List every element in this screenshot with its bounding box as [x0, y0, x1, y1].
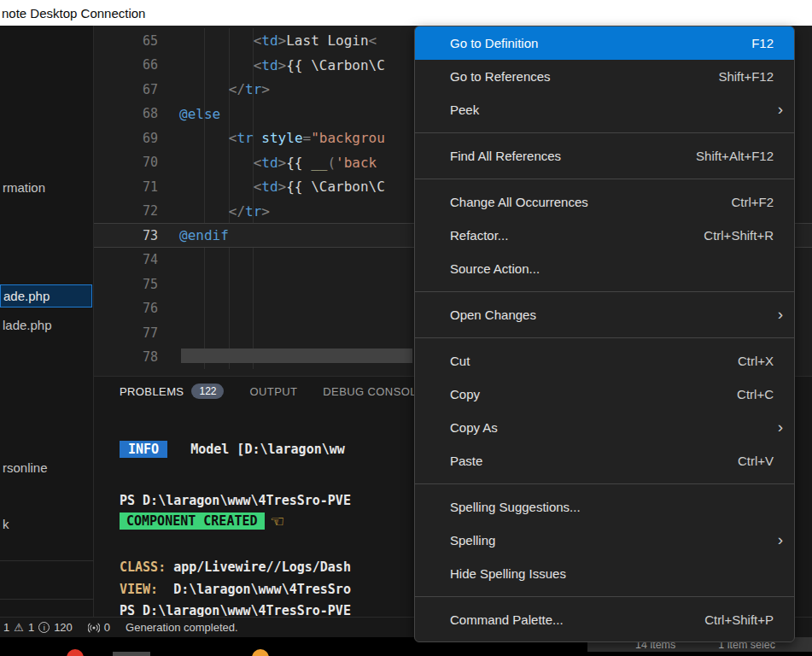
- ports-icon: [88, 622, 100, 634]
- taskbar-icon-red[interactable]: [67, 649, 84, 656]
- menu-item-spelling[interactable]: Spelling›: [415, 524, 794, 557]
- line-number: 68: [94, 106, 171, 121]
- menu-item-label: Change All Occurrences: [450, 195, 731, 209]
- taskbar-icon-orange[interactable]: [252, 649, 269, 656]
- submenu-chevron-icon: ›: [778, 418, 783, 436]
- menu-item-shortcut: Ctrl+Shift+R: [704, 228, 774, 243]
- code-text: @else: [171, 106, 220, 122]
- code-text: <td>{{ \Carbon\C: [171, 57, 385, 73]
- menu-item-label: Spelling Suggestions...: [450, 500, 774, 514]
- menu-item-shortcut: Ctrl+F2: [731, 195, 774, 209]
- menu-separator: [415, 483, 794, 484]
- line-number: 72: [94, 203, 171, 219]
- menu-separator: [415, 132, 794, 133]
- line-number: 77: [94, 325, 171, 341]
- line-number: 75: [94, 277, 171, 292]
- horizontal-scrollbar-thumb[interactable]: [181, 348, 412, 363]
- menu-item-go-to-definition[interactable]: Go to DefinitionF12: [415, 26, 794, 60]
- warning-count: 1: [28, 621, 34, 634]
- panel-tab-output[interactable]: OUTPUT: [249, 385, 297, 398]
- menu-item-shortcut: Ctrl+Shift+P: [704, 612, 774, 627]
- menu-item-command-palette[interactable]: Command Palette...Ctrl+Shift+P: [415, 603, 794, 636]
- submenu-chevron-icon: ›: [778, 530, 783, 549]
- sidebar-item-ade-php[interactable]: ade.php: [0, 284, 92, 308]
- menu-item-label: Peek: [450, 102, 774, 117]
- ports-count: 0: [104, 621, 110, 634]
- warning-icon: ⚠: [14, 621, 24, 634]
- menu-item-label: Refactor...: [450, 228, 704, 243]
- menu-item-label: Paste: [450, 454, 738, 468]
- menu-item-find-all-references[interactable]: Find All ReferencesShift+Alt+F12: [415, 139, 794, 173]
- menu-item-label: Source Action...: [450, 261, 774, 276]
- line-number: 66: [94, 57, 171, 73]
- menu-item-peek[interactable]: Peek›: [415, 93, 794, 126]
- line-number: 67: [94, 82, 171, 97]
- sidebar-item-lade-php[interactable]: lade.php: [0, 314, 92, 335]
- menu-item-source-action[interactable]: Source Action...: [415, 252, 794, 285]
- menu-item-hide-spelling-issues[interactable]: Hide Spelling Issues: [415, 557, 794, 590]
- submenu-chevron-icon: ›: [778, 100, 783, 119]
- menu-separator: [415, 179, 794, 179]
- error-count: 1: [3, 621, 9, 634]
- line-number: 78: [94, 349, 171, 365]
- status-message: Generation completed.: [126, 621, 238, 634]
- editor-context-menu: Go to DefinitionF12Go to ReferencesShift…: [414, 26, 795, 642]
- menu-item-shortcut: Shift+F12: [718, 69, 774, 84]
- menu-item-open-changes[interactable]: Open Changes›: [415, 298, 794, 331]
- menu-item-label: Spelling: [450, 533, 774, 548]
- taskbar-icon-partial[interactable]: [113, 652, 150, 656]
- menu-item-spelling-suggestions[interactable]: Spelling Suggestions...: [415, 490, 794, 524]
- line-number: 69: [94, 131, 171, 146]
- panel-tab-problems[interactable]: PROBLEMS122: [120, 384, 224, 399]
- code-text: <tr style="backgrou: [171, 130, 385, 146]
- menu-item-copy-as[interactable]: Copy As›: [415, 411, 794, 444]
- menu-item-label: Go to References: [450, 69, 718, 84]
- menu-separator: [415, 337, 794, 338]
- menu-item-change-all-occurrences[interactable]: Change All OccurrencesCtrl+F2: [415, 185, 794, 219]
- panel-tab-debug-console[interactable]: DEBUG CONSOLE: [323, 385, 424, 398]
- menu-item-label: Cut: [450, 354, 738, 368]
- menu-item-shortcut: Ctrl+V: [738, 454, 774, 468]
- menu-item-go-to-references[interactable]: Go to ReferencesShift+F12: [415, 60, 794, 93]
- menu-item-label: Hide Spelling Issues: [450, 566, 774, 581]
- menu-item-label: Find All References: [450, 149, 696, 163]
- rdp-title-bar[interactable]: note Desktop Connection: [0, 0, 812, 26]
- info-icon: [38, 622, 50, 633]
- submenu-chevron-icon: ›: [778, 305, 783, 324]
- code-text: </tr>: [171, 81, 270, 97]
- sidebar-file-list: rmationade.phplade.phprsonlinek: [0, 26, 93, 617]
- menu-item-label: Copy: [450, 387, 737, 401]
- sidebar-item-rmation[interactable]: rmation: [0, 177, 92, 197]
- menu-item-label: Go to Definition: [450, 36, 751, 50]
- rdp-title: note Desktop Connection: [2, 6, 145, 20]
- menu-item-copy[interactable]: CopyCtrl+C: [415, 378, 794, 411]
- sidebar-divider: [0, 599, 94, 600]
- menu-item-paste[interactable]: PasteCtrl+V: [415, 444, 794, 477]
- line-number: 70: [94, 155, 171, 170]
- problems-count-badge: 122: [191, 384, 224, 399]
- code-text: </tr>: [171, 203, 270, 220]
- menu-item-cut[interactable]: CutCtrl+X: [415, 344, 794, 378]
- menu-item-shortcut: F12: [751, 36, 774, 50]
- menu-separator: [415, 596, 794, 597]
- menu-item-label: Command Palette...: [450, 612, 704, 627]
- menu-separator: [415, 291, 794, 292]
- menu-item-shortcut: Ctrl+X: [738, 354, 774, 368]
- line-number: 73: [94, 228, 171, 243]
- line-number: 65: [94, 33, 171, 49]
- menu-item-refactor[interactable]: Refactor...Ctrl+Shift+R: [415, 219, 794, 252]
- problems-status[interactable]: 1 ⚠ 1 120: [3, 618, 73, 637]
- code-text: @endif: [171, 227, 229, 243]
- code-text: <td>{{ __('back: [171, 155, 377, 171]
- code-text: <td>Last Login<: [171, 32, 377, 49]
- explorer-sidebar: rmationade.phplade.phprsonlinek: [0, 26, 94, 617]
- remote-desktop-screen: note Desktop Connection rmationade.phpla…: [0, 0, 812, 656]
- sidebar-divider: [0, 560, 94, 561]
- menu-item-shortcut: Shift+Alt+F12: [696, 149, 774, 163]
- info-count: 120: [54, 621, 73, 634]
- ports-status[interactable]: 0: [88, 618, 110, 637]
- code-text: <td>{{ \Carbon\C: [171, 179, 385, 195]
- sidebar-item-k[interactable]: k: [0, 513, 92, 534]
- menu-item-shortcut: Ctrl+C: [737, 387, 774, 401]
- sidebar-item-rsonline[interactable]: rsonline: [0, 457, 92, 477]
